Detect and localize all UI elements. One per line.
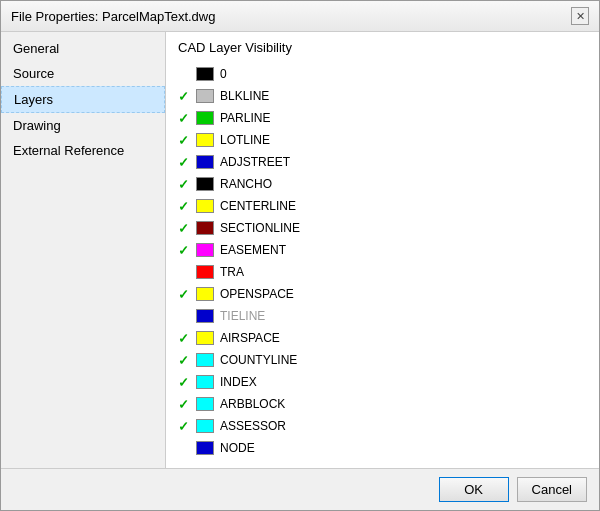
sidebar-item-general[interactable]: General bbox=[1, 36, 165, 61]
layer-check-icon: ✓ bbox=[178, 243, 196, 258]
title-bar: File Properties: ParcelMapText.dwg ✕ bbox=[1, 1, 599, 32]
layer-check-icon: ✓ bbox=[178, 111, 196, 126]
layer-item[interactable]: ✓ARBBLOCK bbox=[174, 393, 591, 415]
file-properties-dialog: File Properties: ParcelMapText.dwg ✕ Gen… bbox=[0, 0, 600, 511]
layer-color-swatch bbox=[196, 309, 214, 323]
sidebar-item-drawing[interactable]: Drawing bbox=[1, 113, 165, 138]
layer-check-icon: ✓ bbox=[178, 287, 196, 302]
layer-name: RANCHO bbox=[220, 177, 272, 191]
dialog-footer: OK Cancel bbox=[1, 468, 599, 510]
layer-name: AIRSPACE bbox=[220, 331, 280, 345]
layer-color-swatch bbox=[196, 397, 214, 411]
layer-color-swatch bbox=[196, 155, 214, 169]
layer-color-swatch bbox=[196, 419, 214, 433]
layer-color-swatch bbox=[196, 111, 214, 125]
layer-color-swatch bbox=[196, 67, 214, 81]
layer-item[interactable]: TRA bbox=[174, 261, 591, 283]
layer-color-swatch bbox=[196, 331, 214, 345]
layer-name: ARBBLOCK bbox=[220, 397, 285, 411]
dialog-body: GeneralSourceLayersDrawingExternal Refer… bbox=[1, 32, 599, 468]
layer-check-icon: ✓ bbox=[178, 397, 196, 412]
layer-item[interactable]: ✓LOTLINE bbox=[174, 129, 591, 151]
layer-color-swatch bbox=[196, 199, 214, 213]
sidebar: GeneralSourceLayersDrawingExternal Refer… bbox=[1, 32, 166, 468]
layer-check-icon: ✓ bbox=[178, 331, 196, 346]
cancel-button[interactable]: Cancel bbox=[517, 477, 587, 502]
layer-color-swatch bbox=[196, 243, 214, 257]
layer-item[interactable]: ✓INDEX bbox=[174, 371, 591, 393]
layer-item[interactable]: ✓RANCHO bbox=[174, 173, 591, 195]
layer-name: ASSESSOR bbox=[220, 419, 286, 433]
layer-color-swatch bbox=[196, 89, 214, 103]
layer-item[interactable]: TIELINE bbox=[174, 305, 591, 327]
dialog-title: File Properties: ParcelMapText.dwg bbox=[11, 9, 215, 24]
layer-item[interactable]: ✓ADJSTREET bbox=[174, 151, 591, 173]
layer-check-icon: ✓ bbox=[178, 89, 196, 104]
layer-item[interactable]: ✓AIRSPACE bbox=[174, 327, 591, 349]
layer-name: NODE bbox=[220, 441, 255, 455]
layer-name: SECTIONLINE bbox=[220, 221, 300, 235]
layer-item[interactable]: ✓SECTIONLINE bbox=[174, 217, 591, 239]
layer-color-swatch bbox=[196, 177, 214, 191]
layer-color-swatch bbox=[196, 287, 214, 301]
layer-item[interactable]: 0 bbox=[174, 63, 591, 85]
ok-button[interactable]: OK bbox=[439, 477, 509, 502]
sidebar-item-source[interactable]: Source bbox=[1, 61, 165, 86]
layer-name: BLKLINE bbox=[220, 89, 269, 103]
layer-name: TIELINE bbox=[220, 309, 265, 323]
layer-name: TRA bbox=[220, 265, 244, 279]
layer-color-swatch bbox=[196, 353, 214, 367]
layer-item[interactable]: ✓PARLINE bbox=[174, 107, 591, 129]
layers-list[interactable]: 0✓BLKLINE✓PARLINE✓LOTLINE✓ADJSTREET✓RANC… bbox=[166, 59, 599, 468]
layer-item[interactable]: ✓ASSESSOR bbox=[174, 415, 591, 437]
layer-name: 0 bbox=[220, 67, 227, 81]
layer-name: CENTERLINE bbox=[220, 199, 296, 213]
content-area: CAD Layer Visibility 0✓BLKLINE✓PARLINE✓L… bbox=[166, 32, 599, 468]
layer-item[interactable]: ✓EASEMENT bbox=[174, 239, 591, 261]
layer-check-icon: ✓ bbox=[178, 199, 196, 214]
layer-name: INDEX bbox=[220, 375, 257, 389]
layer-item[interactable]: ✓BLKLINE bbox=[174, 85, 591, 107]
content-header: CAD Layer Visibility bbox=[166, 32, 599, 59]
layer-check-icon: ✓ bbox=[178, 353, 196, 368]
layer-name: COUNTYLINE bbox=[220, 353, 297, 367]
close-button[interactable]: ✕ bbox=[571, 7, 589, 25]
layer-name: LOTLINE bbox=[220, 133, 270, 147]
layer-check-icon: ✓ bbox=[178, 221, 196, 236]
layer-color-swatch bbox=[196, 375, 214, 389]
layer-color-swatch bbox=[196, 221, 214, 235]
layer-name: EASEMENT bbox=[220, 243, 286, 257]
layer-item[interactable]: NODE bbox=[174, 437, 591, 459]
layer-color-swatch bbox=[196, 441, 214, 455]
layer-check-icon: ✓ bbox=[178, 133, 196, 148]
layer-item[interactable]: ✓COUNTYLINE bbox=[174, 349, 591, 371]
layer-check-icon: ✓ bbox=[178, 177, 196, 192]
layer-item[interactable]: ✓CENTERLINE bbox=[174, 195, 591, 217]
layer-name: OPENSPACE bbox=[220, 287, 294, 301]
layer-check-icon: ✓ bbox=[178, 375, 196, 390]
layer-name: PARLINE bbox=[220, 111, 270, 125]
sidebar-item-layers[interactable]: Layers bbox=[1, 86, 165, 113]
layer-check-icon: ✓ bbox=[178, 419, 196, 434]
layer-check-icon: ✓ bbox=[178, 155, 196, 170]
layer-name: ADJSTREET bbox=[220, 155, 290, 169]
layer-color-swatch bbox=[196, 265, 214, 279]
layer-color-swatch bbox=[196, 133, 214, 147]
layer-item[interactable]: ✓OPENSPACE bbox=[174, 283, 591, 305]
sidebar-item-external-reference[interactable]: External Reference bbox=[1, 138, 165, 163]
